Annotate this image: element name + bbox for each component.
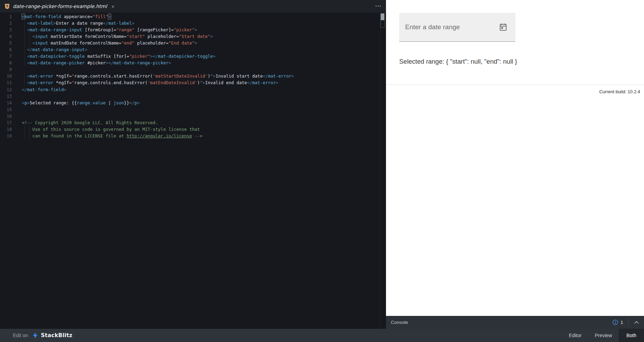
code-line[interactable]: 3 <mat-date-range-input [formGroup]="ran… <box>0 26 386 33</box>
indent-guide <box>24 20 25 26</box>
editor-scroll-gutter-divider <box>380 13 380 329</box>
view-tab-preview[interactable]: Preview <box>588 329 619 342</box>
view-mode-tabs: Editor Preview Both <box>562 329 644 342</box>
code-line[interactable]: 15 <box>0 106 386 113</box>
indent-guide <box>24 79 25 86</box>
indent-guide <box>24 33 25 40</box>
line-number: 12 <box>0 86 12 93</box>
code-line[interactable]: 9 <box>0 66 386 73</box>
indent-guide <box>24 26 25 33</box>
edit-on-label: Edit on <box>13 333 28 338</box>
line-number: 19 <box>0 133 12 139</box>
view-tab-editor[interactable]: Editor <box>562 329 588 342</box>
code-line[interactable]: 8 <mat-date-range-picker #picker></mat-d… <box>0 59 386 66</box>
line-number: 8 <box>0 59 12 66</box>
preview-pane: Enter a date range Selected range: { "st… <box>386 0 644 316</box>
line-number: 14 <box>0 100 12 106</box>
svg-text:5: 5 <box>6 4 8 8</box>
indent-guide <box>30 33 30 40</box>
stackblitz-bolt-icon <box>33 332 38 339</box>
chevron-up-icon[interactable] <box>634 321 639 324</box>
calendar-icon[interactable] <box>499 23 508 32</box>
code-line[interactable]: 12</mat-form-field> <box>0 86 386 93</box>
line-number: 7 <box>0 53 12 59</box>
indent-guide <box>30 133 30 139</box>
view-tab-both[interactable]: Both <box>619 329 644 342</box>
stackblitz-logo-text[interactable]: StackBlitz <box>41 332 72 339</box>
stackblitz-embed: 5 date-range-picker-forms-example.html ×… <box>0 0 644 342</box>
code-line[interactable]: 5 <input matEndDate formControlName="end… <box>0 40 386 46</box>
status-bar: Edit on StackBlitz Editor Preview Both <box>0 329 644 342</box>
file-tab-title: date-range-picker-forms-example.html <box>13 3 107 9</box>
editor-tabbar: 5 date-range-picker-forms-example.html × <box>0 0 386 13</box>
more-actions-icon[interactable] <box>376 6 383 7</box>
code-line[interactable]: 2 <mat-label>Enter a date range</mat-lab… <box>0 20 386 26</box>
selected-range-text: Selected range: { "start": null, "end": … <box>399 58 517 65</box>
editor-pane: 5 date-range-picker-forms-example.html ×… <box>0 0 386 329</box>
line-number: 1 <box>0 13 12 20</box>
line-number: 6 <box>0 46 12 53</box>
console-info-count: 1 <box>620 320 623 325</box>
line-number: 9 <box>0 66 12 73</box>
code-line[interactable]: 6 </mat-date-range-input> <box>0 46 386 53</box>
code-line[interactable]: 11 <mat-error *ngIf="range.controls.end.… <box>0 79 386 86</box>
line-number: 16 <box>0 113 12 119</box>
close-icon[interactable]: × <box>112 4 115 9</box>
code-line[interactable]: 4 <input matStartDate formControlName="s… <box>0 33 386 40</box>
line-number: 15 <box>0 106 12 113</box>
html5-file-icon: 5 <box>5 3 10 9</box>
indent-guide <box>30 126 30 133</box>
indent-guide <box>24 46 25 53</box>
line-number: 5 <box>0 40 12 46</box>
line-number: 18 <box>0 126 12 133</box>
preview-divider <box>386 85 644 85</box>
indent-guide <box>24 53 25 59</box>
file-tab[interactable]: 5 date-range-picker-forms-example.html × <box>0 0 114 13</box>
code-line[interactable]: 7 <mat-datepicker-toggle matSuffix [for]… <box>0 53 386 59</box>
indent-guide <box>24 59 25 66</box>
console-bar[interactable]: Console 1 <box>386 316 644 329</box>
console-title: Console <box>391 320 408 325</box>
console-controls: 1 <box>612 319 639 326</box>
date-range-input-field[interactable]: Enter a date range <box>399 13 515 42</box>
indent-guide <box>24 126 25 133</box>
code-line[interactable]: 19 can be found in the LICENSE file at h… <box>0 133 386 139</box>
code-line[interactable]: 10 <mat-error *ngIf="range.controls.star… <box>0 73 386 79</box>
code-line[interactable]: 18 Use of this source code is governed b… <box>0 126 386 133</box>
line-number: 13 <box>0 93 12 100</box>
current-build-text: Current build: 10.2.4 <box>599 89 640 94</box>
line-number: 2 <box>0 20 12 26</box>
code-line[interactable]: 14<p>Selected range: {{range.value | jso… <box>0 100 386 106</box>
line-number: 10 <box>0 73 12 79</box>
line-number: 3 <box>0 26 12 33</box>
line-number: 4 <box>0 33 12 40</box>
date-range-label: Enter a date range <box>405 23 460 31</box>
indent-guide <box>24 73 25 79</box>
indent-guide <box>24 40 25 46</box>
code-line[interactable]: 17<!-- Copyright 2020 Google LLC. All Ri… <box>0 119 386 126</box>
line-number: 17 <box>0 119 12 126</box>
console-divider <box>628 319 629 326</box>
info-icon[interactable] <box>612 319 618 325</box>
indent-guide <box>30 40 30 46</box>
code-line[interactable]: 1<mat-form-field appearance="fill"> <box>0 13 386 20</box>
indent-guide <box>24 133 25 139</box>
code-lines: 1<mat-form-field appearance="fill">2 <ma… <box>0 13 386 139</box>
editor-scrollbar-thumb[interactable] <box>381 14 384 20</box>
code-line[interactable]: 16 <box>0 113 386 119</box>
code-line[interactable]: 13 <box>0 93 386 100</box>
line-number: 11 <box>0 79 12 86</box>
